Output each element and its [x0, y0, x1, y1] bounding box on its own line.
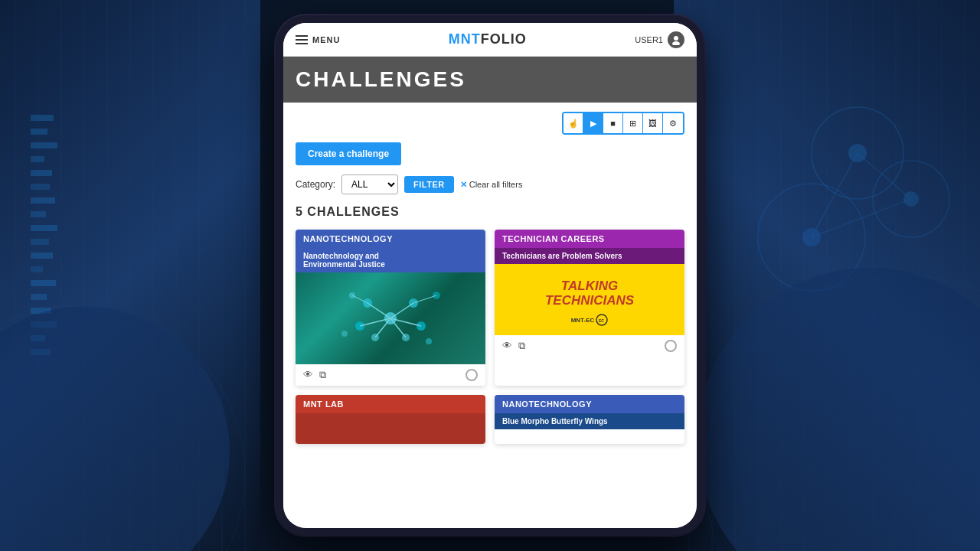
card-header-technician-careers: TECHNICIAN CAREERS [495, 230, 684, 248]
card-action-icons: 👁 ⧉ [303, 369, 326, 381]
user-menu[interactable]: USER1 [635, 31, 684, 48]
hamburger-icon [296, 35, 308, 44]
content-area: ☝ ▶ ■ ⊞ 🖼 ⚙ Create a challenge Category:… [283, 103, 697, 453]
top-navigation: MENU MNTFOLIO USER1 [283, 23, 697, 57]
card-action-icons-2: 👁 ⧉ [502, 340, 525, 352]
svg-point-71 [426, 338, 432, 344]
svg-point-55 [674, 36, 678, 41]
talking-tech-title: TALKINGTECHNICIANS [502, 279, 677, 308]
background-right [674, 0, 980, 551]
toolbar-row: ☝ ▶ ■ ⊞ 🖼 ⚙ [296, 112, 684, 135]
view-icon[interactable]: 👁 [303, 369, 313, 381]
svg-rect-17 [31, 197, 55, 204]
menu-label: MENU [312, 35, 340, 44]
svg-rect-21 [31, 253, 53, 259]
challenge-card-technician-careers[interactable]: TECHNICIAN CAREERS Technicians are Probl… [495, 230, 684, 386]
card-radio-technician[interactable] [665, 340, 677, 352]
svg-rect-20 [31, 239, 49, 245]
toolbar-icons: ☝ ▶ ■ ⊞ 🖼 ⚙ [562, 112, 684, 135]
svg-line-65 [390, 303, 413, 318]
tablet-device: MENU MNTFOLIO USER1 CHALL [276, 15, 704, 536]
card-header-nanotechnology-2: NANOTECHNOLOGY [495, 395, 684, 413]
svg-rect-18 [31, 211, 46, 217]
user-avatar [668, 31, 684, 48]
toolbar-stop-icon[interactable]: ■ [603, 113, 623, 133]
toolbar-settings-icon[interactable]: ⚙ [663, 113, 683, 133]
card-header-nanotechnology: NANOTECHNOLOGY [296, 230, 485, 248]
svg-line-52 [812, 199, 911, 237]
page-title: CHALLENGES [296, 67, 684, 92]
create-challenge-button[interactable]: Create a challenge [296, 142, 401, 165]
svg-rect-22 [31, 266, 43, 272]
background-left [0, 0, 260, 551]
mntec-logo: MNT-EC EC [502, 314, 677, 326]
page-header: CHALLENGES [283, 57, 697, 103]
svg-point-56 [672, 41, 680, 45]
card-footer-technician-careers: 👁 ⧉ [495, 335, 684, 357]
card-header-mnt-lab: MNT LAB [296, 395, 485, 413]
card-subtitle-nanotechnology: Nanotechnology andEnvironmental Justice [296, 248, 485, 272]
svg-rect-11 [31, 115, 54, 121]
svg-rect-19 [31, 225, 57, 231]
copy-icon[interactable]: ⧉ [319, 369, 326, 381]
toolbar-play-icon[interactable]: ▶ [583, 113, 603, 133]
toolbar-image-icon[interactable]: 🖼 [643, 113, 663, 133]
logo-folio: FOLIO [481, 31, 527, 47]
svg-rect-13 [31, 142, 57, 148]
svg-rect-12 [31, 129, 47, 135]
category-select[interactable]: ALL [341, 174, 398, 194]
svg-line-64 [368, 303, 390, 318]
talking-tech-content: TALKINGTECHNICIANS MNT-EC EC [495, 264, 684, 335]
svg-line-75 [413, 295, 436, 303]
svg-rect-24 [31, 294, 47, 300]
svg-rect-23 [31, 280, 56, 286]
card-footer-nanotechnology: 👁 ⧉ [296, 364, 485, 386]
filter-button[interactable]: FILTER [404, 176, 454, 193]
challenge-card-nanotechnology[interactable]: NANOTECHNOLOGY Nanotechnology andEnviron… [296, 230, 485, 386]
toolbar-grid-icon[interactable]: ⊞ [623, 113, 643, 133]
user-label: USER1 [635, 35, 663, 44]
svg-rect-14 [31, 156, 44, 162]
svg-point-73 [341, 331, 348, 337]
card-subtitle-technician-careers: Technicians are Problem Solvers [495, 248, 684, 264]
svg-rect-16 [31, 184, 50, 190]
filter-row: Category: ALL FILTER ✕ Clear all filters [296, 174, 684, 194]
view-icon-2[interactable]: 👁 [502, 340, 512, 352]
svg-line-51 [812, 153, 858, 237]
app-logo: MNTFOLIO [449, 31, 527, 47]
card-body-mnt-lab [296, 413, 485, 444]
clear-filters-button[interactable]: ✕ Clear all filters [460, 180, 523, 190]
challenges-grid: NANOTECHNOLOGY Nanotechnology andEnviron… [296, 230, 684, 444]
card-radio-nanotechnology[interactable] [466, 369, 478, 381]
copy-icon-2[interactable]: ⧉ [518, 340, 525, 352]
svg-rect-15 [31, 170, 52, 176]
menu-button[interactable]: MENU [296, 35, 340, 44]
clear-filters-label: Clear all filters [469, 180, 523, 189]
card-image-nanotechnology [296, 272, 485, 364]
challenge-card-mnt-lab[interactable]: MNT LAB [296, 395, 485, 444]
challenge-card-nanotechnology-2[interactable]: NANOTECHNOLOGY Blue Morpho Butterfly Win… [495, 395, 684, 444]
clear-x-icon: ✕ [460, 180, 467, 190]
toolbar-hand-icon[interactable]: ☝ [564, 113, 583, 133]
app-content: MENU MNTFOLIO USER1 CHALL [283, 23, 697, 528]
category-label: Category: [296, 179, 335, 190]
logo-mnt: MNT [449, 31, 481, 47]
challenges-count: 5 CHALLENGES [296, 205, 684, 219]
svg-text:EC: EC [599, 318, 604, 323]
card-subtitle-nanotechnology-2: Blue Morpho Butterfly Wings [495, 413, 684, 429]
tablet-screen: MENU MNTFOLIO USER1 CHALL [283, 23, 697, 528]
